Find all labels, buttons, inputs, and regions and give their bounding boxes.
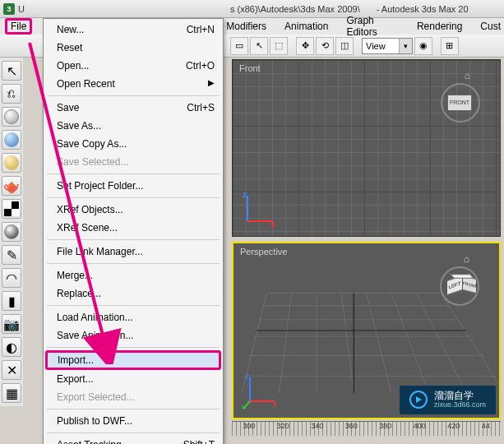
coord-label: View	[363, 41, 399, 51]
rotate-tool-icon[interactable]: ⟲	[316, 37, 334, 55]
svg-line-8	[341, 294, 354, 393]
svg-line-11	[416, 294, 466, 393]
menu-export-selected: Export Selected...	[44, 388, 223, 406]
home-icon[interactable]: ⌂	[464, 253, 469, 265]
menu-save-selected: Save Selected...	[44, 153, 223, 171]
menu-rendering[interactable]: Rendering	[414, 20, 465, 33]
menu-save[interactable]: SaveCtrl+S	[44, 99, 223, 117]
file-menu-dropdown: New...Ctrl+N Reset Open...Ctrl+O Open Re…	[43, 18, 224, 444]
menu-separator	[47, 197, 220, 198]
watermark-url: zixue.3d66.com	[434, 401, 486, 409]
blue-sphere-icon[interactable]	[2, 130, 21, 150]
paint-tool-icon[interactable]: ▮	[2, 291, 21, 311]
reference-coord-dropdown[interactable]: View ▾	[362, 38, 413, 54]
window-titlebar: 3 U s (x86)\Autodesk\3ds Max 2009\ - Aut…	[0, 0, 504, 18]
menu-open[interactable]: Open...Ctrl+O	[44, 57, 223, 75]
svg-line-9	[367, 294, 391, 393]
camera-tool-icon[interactable]: 📷	[2, 314, 21, 334]
svg-text:x: x	[270, 220, 275, 228]
ruler-labels: 300320340 360380400 42044	[232, 422, 501, 430]
menu-separator	[47, 347, 220, 348]
move-tool-icon[interactable]: ✥	[296, 37, 314, 55]
watermark-badge: 溜溜自学 zixue.3d66.com	[400, 386, 496, 414]
menu-open-recent[interactable]: Open Recent▶	[44, 75, 223, 93]
scale-tool-icon[interactable]: ◫	[335, 37, 354, 55]
svg-text:y: y	[242, 403, 246, 409]
svg-text:x: x	[273, 400, 277, 409]
menu-separator	[47, 263, 220, 264]
menu-reset[interactable]: Reset	[44, 39, 223, 57]
menu-replace[interactable]: Replace...	[44, 284, 223, 303]
menu-asset-tracking[interactable]: Asset Tracking...Shift+T	[44, 436, 223, 444]
left-toolbar: ↖ ⎌ 🫖 ✎ ◠ ▮ 📷 ◐ ✕ ▦	[0, 58, 23, 406]
axis-gizmo: z x	[241, 191, 278, 228]
gold-sphere-icon[interactable]	[2, 153, 21, 173]
menu-set-project-folder[interactable]: Set Project Folder...	[44, 177, 223, 195]
submenu-arrow-icon: ▶	[208, 78, 215, 90]
lasso-tool-icon[interactable]: ◠	[2, 268, 21, 288]
menu-merge[interactable]: Merge...	[44, 266, 223, 284]
title-path: s (x86)\Autodesk\3ds Max 2009\	[230, 4, 360, 14]
menu-new[interactable]: New...Ctrl+N	[44, 21, 223, 39]
pick-tool-icon[interactable]: ✎	[2, 245, 21, 265]
menu-modifiers[interactable]: Modifiers	[223, 20, 270, 33]
svg-text:z: z	[243, 191, 247, 199]
menu-load-animation[interactable]: Load Animation...	[44, 308, 223, 326]
select-tool-icon[interactable]: ▭	[230, 37, 248, 55]
menu-separator	[47, 409, 220, 409]
play-icon	[409, 391, 428, 409]
menu-publish-dwf[interactable]: Publish to DWF...	[44, 412, 223, 430]
menu-separator	[47, 305, 220, 306]
menu-customize[interactable]: Cust	[477, 20, 504, 33]
viewcube[interactable]: LEFT FRONT	[440, 266, 479, 306]
snap-tool-icon[interactable]: ⊞	[441, 37, 459, 55]
viewport-container: Front ⌂ FRONT z x Perspective ⌂	[232, 59, 501, 419]
cursor-tool-icon[interactable]: ↖	[250, 37, 268, 55]
menu-export[interactable]: Export...	[44, 370, 223, 388]
misc-tool-icon[interactable]: ▦	[2, 383, 21, 403]
timeline-ruler[interactable]: 300320340 360380400 42044	[232, 421, 501, 436]
menu-save-animation[interactable]: Save Animation...	[44, 326, 223, 345]
checker-icon[interactable]	[2, 199, 21, 219]
app-icon: 3	[3, 3, 15, 15]
menu-separator	[47, 173, 220, 174]
menu-file[interactable]: File	[5, 18, 32, 35]
svg-line-6	[280, 294, 292, 393]
home-icon[interactable]: ⌂	[465, 70, 470, 81]
title-prefix: U	[18, 4, 25, 14]
menu-file-link-manager[interactable]: File Link Manager...	[44, 243, 223, 261]
bw-sphere-icon[interactable]	[2, 222, 21, 242]
marquee-tool-icon[interactable]: ⬚	[270, 37, 288, 55]
menu-import[interactable]: Import...	[45, 350, 221, 370]
menu-separator	[47, 432, 220, 433]
light-tool-icon[interactable]: ◐	[2, 337, 21, 357]
svg-line-12	[441, 294, 499, 385]
menu-xref-objects[interactable]: XRef Objects...	[44, 201, 223, 219]
menu-separator	[47, 95, 220, 96]
viewcube[interactable]: FRONT	[441, 83, 480, 123]
title-app: - Autodesk 3ds Max 20	[377, 4, 469, 14]
menu-graph-editors[interactable]: Graph Editors	[343, 14, 402, 39]
viewport-front[interactable]: Front ⌂ FRONT z x	[232, 59, 501, 237]
helper-tool-icon[interactable]: ✕	[2, 360, 21, 380]
menu-save-copy-as[interactable]: Save Copy As...	[44, 135, 223, 153]
chevron-down-icon: ▾	[399, 39, 412, 53]
pivot-tool-icon[interactable]: ◉	[414, 37, 432, 55]
viewcube-face: FRONT	[447, 95, 472, 111]
shaded-sphere-icon[interactable]	[2, 107, 21, 127]
axis-gizmo: z x y	[242, 372, 279, 409]
svg-line-10	[391, 294, 428, 393]
menu-save-as[interactable]: Save As...	[44, 117, 223, 135]
menu-separator	[47, 239, 220, 240]
svg-text:z: z	[245, 372, 249, 381]
menu-xref-scene[interactable]: XRef Scene...	[44, 219, 223, 237]
viewport-label: Front	[239, 63, 261, 73]
viewport-label: Perspective	[240, 247, 287, 257]
link-tool-icon[interactable]: ⎌	[2, 84, 21, 104]
pointer-tool-icon[interactable]: ↖	[2, 61, 21, 81]
menu-animation[interactable]: Animation	[281, 20, 331, 33]
teapot-icon[interactable]: 🫖	[2, 176, 21, 196]
